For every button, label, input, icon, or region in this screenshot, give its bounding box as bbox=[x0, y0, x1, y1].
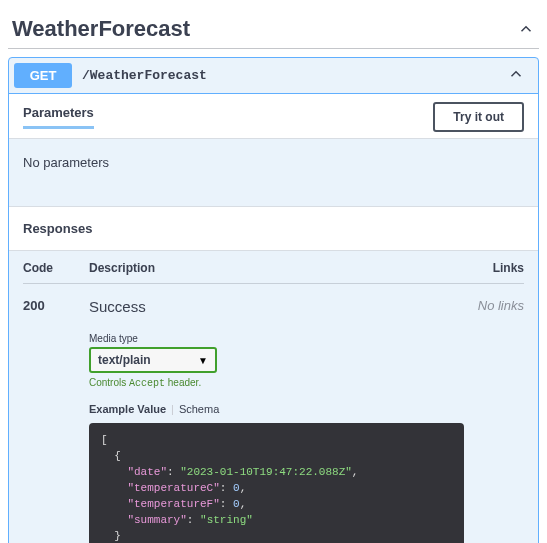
response-description: Success bbox=[89, 298, 464, 315]
tab-example-value[interactable]: Example Value bbox=[89, 403, 166, 415]
no-parameters-message: No parameters bbox=[9, 138, 538, 206]
chevron-up-icon bbox=[507, 65, 525, 83]
media-type-select-wrap[interactable]: text/plain ▼ bbox=[89, 347, 217, 373]
operation-body: Parameters Try it out No parameters Resp… bbox=[9, 94, 538, 543]
response-links: No links bbox=[464, 298, 524, 543]
try-it-out-button[interactable]: Try it out bbox=[433, 102, 524, 132]
tab-separator: | bbox=[171, 403, 174, 415]
operation-block: GET /WeatherForecast Parameters Try it o… bbox=[8, 57, 539, 543]
operation-path: /WeatherForecast bbox=[82, 68, 499, 83]
http-method-badge: GET bbox=[14, 63, 72, 88]
example-tabs: Example Value|Schema bbox=[89, 403, 464, 415]
parameters-header: Parameters Try it out bbox=[9, 94, 538, 138]
responses-header: Responses bbox=[9, 206, 538, 250]
column-links: Links bbox=[464, 261, 524, 275]
tag-header[interactable]: WeatherForecast bbox=[8, 8, 539, 49]
tag-name: WeatherForecast bbox=[12, 16, 190, 42]
responses-columns: Code Description Links bbox=[23, 261, 524, 284]
response-code: 200 bbox=[23, 298, 89, 543]
response-row: 200 Success Media type text/plain ▼ Cont… bbox=[23, 298, 524, 543]
controls-accept-text: Controls Accept header. bbox=[89, 377, 464, 389]
response-description-cell: Success Media type text/plain ▼ Controls… bbox=[89, 298, 464, 543]
example-code-block: [ { "date": "2023-01-10T19:47:22.088Z", … bbox=[89, 423, 464, 543]
tab-schema[interactable]: Schema bbox=[179, 403, 219, 415]
collapse-toggle[interactable] bbox=[499, 65, 533, 86]
media-type-select[interactable]: text/plain bbox=[91, 349, 215, 371]
chevron-up-icon bbox=[517, 20, 535, 38]
operation-summary[interactable]: GET /WeatherForecast bbox=[9, 58, 538, 94]
column-description: Description bbox=[89, 261, 464, 275]
media-type-label: Media type bbox=[89, 333, 464, 344]
responses-table: Code Description Links 200 Success Media… bbox=[9, 250, 538, 543]
column-code: Code bbox=[23, 261, 89, 275]
parameters-tab[interactable]: Parameters bbox=[23, 105, 94, 129]
